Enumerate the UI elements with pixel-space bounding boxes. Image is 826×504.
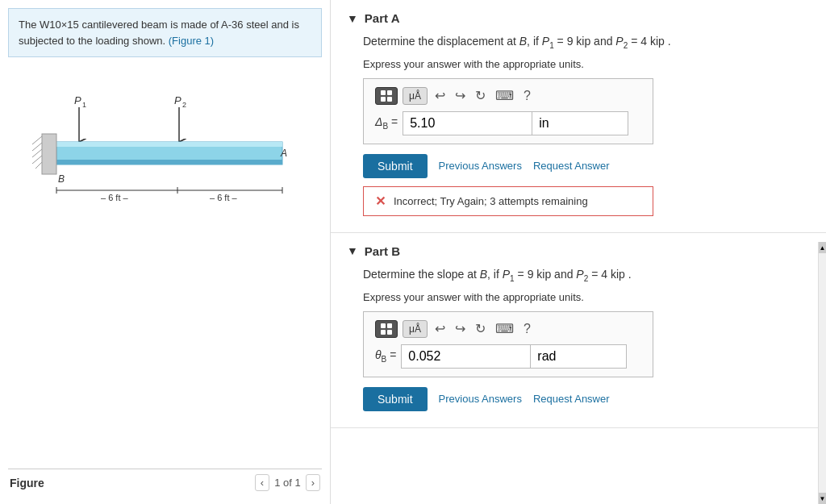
beam-figure: P 1 P 2 <box>16 90 290 219</box>
svg-rect-8 <box>56 160 282 165</box>
part-a-answer-box: μÅ ↩ ↪ ↻ ⌨ ? ΔB = <box>363 78 653 144</box>
svg-text:– 6 ft –: – 6 ft – <box>101 193 129 202</box>
figure-prev-btn[interactable]: ‹ <box>255 474 269 491</box>
part-a-input-label: ΔB = <box>375 115 398 131</box>
part-a-toolbar: μÅ ↩ ↪ ↻ ⌨ ? <box>375 87 641 105</box>
part-b-title: Part B <box>365 244 400 258</box>
svg-line-10 <box>32 136 42 144</box>
part-b-answer-box: μÅ ↩ ↪ ↻ ⌨ ? θB = <box>363 311 653 377</box>
part-b-units-label: Express your answer with the appropriate… <box>363 291 802 303</box>
svg-text:B: B <box>58 173 65 185</box>
part-a-request-link[interactable]: Request Answer <box>533 160 610 172</box>
part-a-submit-row: Submit Previous Answers Request Answer <box>363 154 802 178</box>
part-a-section: ▼ Part A Determine the displacement at B… <box>331 0 826 233</box>
svg-rect-7 <box>56 142 282 147</box>
figure-title: Figure <box>10 477 44 489</box>
part-a-answer-input[interactable] <box>403 111 532 135</box>
figure-nav-controls: ‹ 1 of 1 › <box>255 474 320 491</box>
part-a-unit-input[interactable] <box>532 111 628 135</box>
svg-line-11 <box>32 143 42 151</box>
svg-text:– 6 ft –: – 6 ft – <box>210 193 238 202</box>
scrollbar[interactable]: ▲ ▼ <box>818 242 826 504</box>
figure-next-btn[interactable]: › <box>306 474 320 491</box>
part-b-unit-input[interactable] <box>530 344 627 369</box>
svg-line-14 <box>35 162 42 169</box>
part-b-section: ▼ Part B Determine the slope at B, if P1… <box>331 233 826 428</box>
part-a-content: Determine the displacement at B, if P1 =… <box>331 33 826 232</box>
figure-link[interactable]: (Figure 1) <box>169 35 214 47</box>
part-a-units-label: Express your answer with the appropriate… <box>363 58 802 70</box>
part-a-submit-btn[interactable]: Submit <box>363 154 428 178</box>
part-b-request-link[interactable]: Request Answer <box>533 393 610 405</box>
svg-text:2: 2 <box>182 101 186 109</box>
part-b-submit-row: Submit Previous Answers Request Answer <box>363 387 802 411</box>
part-a-redo-btn[interactable]: ↪ <box>453 88 468 103</box>
figure-header: Figure ‹ 1 of 1 › <box>8 469 322 496</box>
part-a-input-row: ΔB = <box>375 111 641 135</box>
problem-text-box: The W10×15 cantilevered beam is made of … <box>8 8 322 57</box>
svg-text:A: A <box>280 148 287 159</box>
part-b-refresh-btn[interactable]: ↻ <box>473 321 488 336</box>
part-b-mu-btn[interactable]: μÅ <box>403 320 428 338</box>
part-a-mu-btn[interactable]: μÅ <box>403 87 428 105</box>
part-b-help-btn[interactable]: ? <box>521 322 533 336</box>
part-a-title: Part A <box>365 11 400 25</box>
part-a-error-text: Incorrect; Try Again; 3 attempts remaini… <box>394 195 588 207</box>
part-b-grid-btn[interactable] <box>375 320 398 338</box>
svg-rect-9 <box>42 134 56 174</box>
right-panel: ▼ Part A Determine the displacement at B… <box>331 0 826 504</box>
part-a-prev-answers-link[interactable]: Previous Answers <box>439 160 522 172</box>
svg-line-12 <box>32 149 42 157</box>
part-a-question: Determine the displacement at B, if P1 =… <box>363 33 802 52</box>
part-b-input-row: θB = <box>375 344 641 369</box>
part-b-submit-btn[interactable]: Submit <box>363 387 428 411</box>
svg-text:P: P <box>74 94 81 106</box>
part-b-toolbar: μÅ ↩ ↪ ↻ ⌨ ? <box>375 320 641 338</box>
part-b-prev-answers-link[interactable]: Previous Answers <box>439 393 522 405</box>
part-b-question: Determine the slope at B, if P1 = 9 kip … <box>363 266 802 285</box>
figure-page: 1 of 1 <box>274 477 301 489</box>
part-b-header: ▼ Part B <box>331 233 826 266</box>
part-b-keyboard-btn[interactable]: ⌨ <box>493 321 516 336</box>
part-b-input-label: θB = <box>375 348 396 364</box>
part-a-collapse-btn[interactable]: ▼ <box>347 12 358 25</box>
svg-line-13 <box>32 156 42 164</box>
part-a-grid-btn[interactable] <box>375 87 398 105</box>
part-b-redo-btn[interactable]: ↪ <box>453 321 468 336</box>
part-a-undo-btn[interactable]: ↩ <box>432 88 448 103</box>
part-b-answer-input[interactable] <box>401 344 530 369</box>
left-panel: The W10×15 cantilevered beam is made of … <box>0 0 331 504</box>
part-b-content: Determine the slope at B, if P1 = 9 kip … <box>331 266 826 427</box>
part-a-refresh-btn[interactable]: ↻ <box>473 88 488 103</box>
part-a-error-box: ✕ Incorrect; Try Again; 3 attempts remai… <box>363 186 653 216</box>
svg-text:1: 1 <box>82 101 86 109</box>
part-a-keyboard-btn[interactable]: ⌨ <box>493 88 516 103</box>
part-a-help-btn[interactable]: ? <box>521 89 533 103</box>
part-b-collapse-btn[interactable]: ▼ <box>347 244 358 257</box>
part-a-header: ▼ Part A <box>331 0 826 33</box>
problem-text: The W10×15 cantilevered beam is made of … <box>19 19 299 47</box>
svg-text:P: P <box>174 94 181 106</box>
part-a-error-icon: ✕ <box>375 194 386 209</box>
part-b-undo-btn[interactable]: ↩ <box>432 321 448 336</box>
